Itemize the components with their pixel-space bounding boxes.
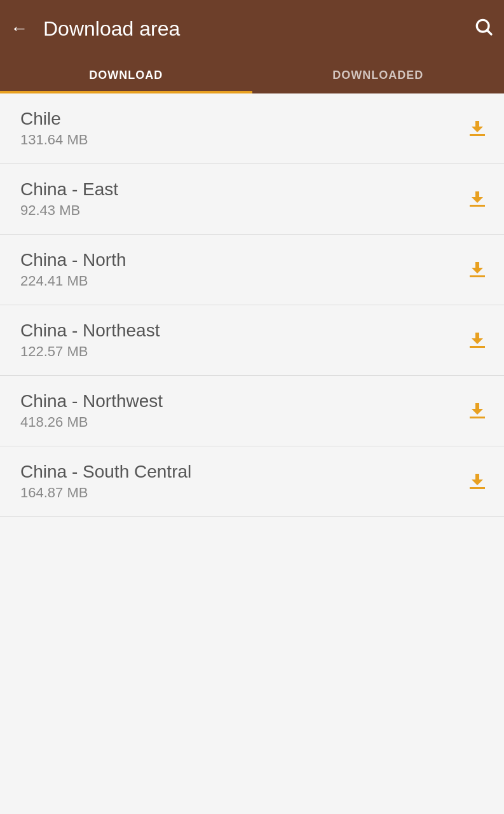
list-item[interactable]: China - Northwest 418.26 MB bbox=[0, 376, 504, 446]
download-button[interactable] bbox=[466, 258, 489, 281]
tab-downloaded[interactable]: DOWNLOADED bbox=[252, 57, 505, 93]
download-button[interactable] bbox=[466, 329, 489, 352]
list-item-info: China - Northwest 418.26 MB bbox=[20, 391, 163, 431]
list-item-size: 122.57 MB bbox=[20, 343, 160, 360]
download-button[interactable] bbox=[466, 117, 489, 140]
app-header: ← Download area bbox=[0, 0, 504, 57]
list-item[interactable]: China - Northeast 122.57 MB bbox=[0, 305, 504, 376]
list-item-name: China - Northwest bbox=[20, 391, 163, 411]
search-icon[interactable] bbox=[473, 17, 494, 41]
list-item-size: 418.26 MB bbox=[20, 414, 163, 431]
list-item-name: China - South Central bbox=[20, 462, 191, 482]
download-button[interactable] bbox=[466, 188, 489, 210]
svg-line-1 bbox=[487, 31, 491, 34]
list-item[interactable]: China - East 92.43 MB bbox=[0, 164, 504, 235]
page-title: Download area bbox=[43, 17, 180, 41]
back-button[interactable]: ← bbox=[10, 18, 28, 39]
list-item-size: 131.64 MB bbox=[20, 132, 88, 148]
list-item[interactable]: Chile 131.64 MB bbox=[0, 93, 504, 164]
list-item-name: China - Northeast bbox=[20, 321, 160, 341]
list-item-info: China - East 92.43 MB bbox=[20, 179, 118, 219]
download-button[interactable] bbox=[466, 399, 489, 422]
tab-download[interactable]: DOWNLOAD bbox=[0, 57, 252, 93]
list-item-size: 92.43 MB bbox=[20, 202, 118, 219]
list-item-info: Chile 131.64 MB bbox=[20, 109, 88, 148]
download-list: Chile 131.64 MB China - East 92.43 MB bbox=[0, 93, 504, 517]
list-item[interactable]: China - South Central 164.87 MB bbox=[0, 446, 504, 517]
list-item-size: 224.41 MB bbox=[20, 273, 126, 289]
download-button[interactable] bbox=[466, 470, 489, 493]
header-left: ← Download area bbox=[10, 17, 180, 41]
list-item-name: China - East bbox=[20, 179, 118, 200]
list-item-name: China - North bbox=[20, 250, 126, 270]
list-item[interactable]: China - North 224.41 MB bbox=[0, 235, 504, 305]
list-item-size: 164.87 MB bbox=[20, 485, 191, 501]
tab-bar: DOWNLOAD DOWNLOADED bbox=[0, 57, 504, 93]
list-item-info: China - South Central 164.87 MB bbox=[20, 462, 191, 501]
list-item-info: China - Northeast 122.57 MB bbox=[20, 321, 160, 360]
list-item-info: China - North 224.41 MB bbox=[20, 250, 126, 289]
list-item-name: Chile bbox=[20, 109, 88, 129]
